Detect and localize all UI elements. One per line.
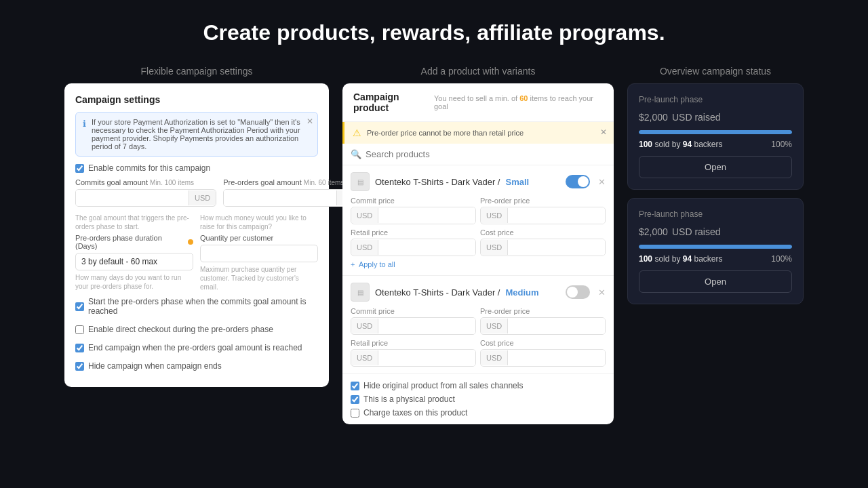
open-button-1[interactable]: Open <box>639 270 792 293</box>
checkbox-label-0: Start the pre-orders phase when the comm… <box>88 297 318 316</box>
commit-price-group-medium: Commit price USD 70 <box>351 307 476 335</box>
checkbox-label-1: Enable direct checkout during the pre-or… <box>88 325 273 334</box>
cost-value-medium[interactable]: 20 <box>508 350 605 366</box>
footer-checkbox-input-1[interactable] <box>351 395 359 404</box>
progress-bar-fill-1 <box>639 245 792 249</box>
header-note-number: 60 <box>519 94 528 102</box>
warning-banner: ⚠ Pre-order price cannot be more than re… <box>342 122 614 144</box>
duration-label: Pre-orders phase duration (Days) <box>75 234 193 250</box>
commit-price-label-medium: Commit price <box>351 307 476 315</box>
cost-price-input-small: USD 20 <box>480 239 606 256</box>
preorders-goal-input[interactable]: 1200 <box>224 190 336 206</box>
bottom-checkboxes: Start the pre-orders phase when the comm… <box>75 297 318 376</box>
banner-close-button[interactable]: ✕ <box>307 117 313 126</box>
amount-raised-1: $2,000 USD raised <box>639 222 792 239</box>
preorder-price-label-small: Pre-order price <box>480 197 606 205</box>
middle-column: Add a product with variants Campaign pro… <box>342 66 614 424</box>
helper-texts: The goal amount that triggers the pre-or… <box>75 211 318 231</box>
preorder-value-small[interactable]: 90 <box>508 207 605 224</box>
info-banner: ℹ If your store Payment Authorization is… <box>75 112 318 157</box>
cost-value-small[interactable]: 20 <box>508 239 605 256</box>
commit-value-medium[interactable]: 70 <box>378 318 475 334</box>
variant-medium-toggle[interactable] <box>566 285 590 299</box>
status-card-0: Pre-launch phase $2,000 USD raised 100 s… <box>627 83 804 190</box>
amount-currency-0: USD raised <box>672 112 721 123</box>
checkbox-row-1: Enable direct checkout during the pre-or… <box>75 325 318 334</box>
preorder-price-group-small: Pre-order price USD 90 <box>480 197 606 224</box>
checkbox-0[interactable] <box>75 302 84 311</box>
banner-text: If your store Payment Authorization is s… <box>92 118 311 150</box>
overview-title: Overview campaign status <box>660 66 771 77</box>
enable-commits-checkbox[interactable] <box>75 164 84 173</box>
phase-label-0: Pre-launch phase <box>639 95 792 104</box>
stats-row-1: 100 sold by 94 backers 100% <box>639 254 792 264</box>
retail-value-small[interactable]: 100 <box>378 239 475 256</box>
qty-input[interactable]: 1 <box>200 245 318 262</box>
variant-medium-name: Otenteko T-Shirts - Dark Vader / <box>375 287 500 298</box>
header-note: You need to sell a min. of 60 items to r… <box>434 94 603 110</box>
commit-currency-medium: USD <box>351 319 378 333</box>
checkbox-2[interactable] <box>75 344 84 352</box>
variant-small-header: ▤ Otenteko T-Shirts - Dark Vader / Small… <box>351 172 606 191</box>
variant-small-title: ▤ Otenteko T-Shirts - Dark Vader / Small <box>351 172 529 191</box>
apply-all-button[interactable]: + Apply to all <box>351 260 606 268</box>
warning-close-button[interactable]: ✕ <box>600 127 607 137</box>
stats-percent-1: 100% <box>771 254 792 264</box>
qty-helper: Maximum purchase quantity per customer. … <box>200 265 318 291</box>
amount-raised-0: $2,000 USD raised <box>639 107 792 125</box>
variant-small-section: ▤ Otenteko T-Shirts - Dark Vader / Small… <box>342 165 614 276</box>
commit-value-small[interactable]: 70 <box>378 207 475 224</box>
preorder-price-label-medium: Pre-order price <box>480 307 606 315</box>
preorder-value-medium[interactable]: 90 <box>508 318 605 334</box>
variant-medium-close[interactable]: ✕ <box>598 287 606 298</box>
goal-inputs: Commits goal amount Min. 100 items 2000 … <box>75 178 318 207</box>
duration-select[interactable]: 3 by default - 60 max <box>75 253 193 270</box>
stats-row-0: 100 sold by 94 backers 100% <box>639 140 792 149</box>
stats-text-1: 100 sold by 94 backers <box>639 254 722 264</box>
variant-small-close[interactable]: ✕ <box>598 177 606 187</box>
variant-small-controls: ✕ <box>566 175 606 188</box>
checkbox-3[interactable] <box>75 362 84 371</box>
footer-checkbox-label-1: This is a physical product <box>363 394 455 404</box>
cost-price-label-medium: Cost price <box>480 339 606 347</box>
warning-icon: ⚠ <box>353 127 361 138</box>
product-card: Campaign product You need to sell a min.… <box>342 83 614 424</box>
variant-small-toggle[interactable] <box>566 175 590 188</box>
status-card-1: Pre-launch phase $2,000 USD raised 100 s… <box>627 198 804 304</box>
campaign-settings-card: Campaign settings ℹ If your store Paymen… <box>64 83 329 387</box>
retail-price-group-small: Retail price USD 100 <box>351 228 476 256</box>
retail-price-group-medium: Retail price USD 100 <box>351 339 476 367</box>
variant-medium-header: ▤ Otenteko T-Shirts - Dark Vader / Mediu… <box>351 283 606 302</box>
qty-label: Quantity per customer <box>200 234 318 242</box>
footer-checkbox-label-0: Hide original product from all sales cha… <box>363 381 523 390</box>
product-thumb-medium: ▤ <box>351 283 370 302</box>
cost-price-label-small: Cost price <box>480 228 606 237</box>
preorders-helper: How much money would you like to raise f… <box>200 214 318 231</box>
checkbox-1[interactable] <box>75 325 84 334</box>
middle-subtitle: Add a product with variants <box>421 66 536 77</box>
cost-price-group-small: Cost price USD 20 <box>480 228 606 256</box>
search-input[interactable] <box>366 149 606 159</box>
retail-value-medium[interactable]: 100 <box>378 350 475 366</box>
preorder-price-group-medium: Pre-order price USD 90 <box>480 307 606 335</box>
product-card-header: Campaign product You need to sell a min.… <box>342 83 614 122</box>
variant-medium-size: Medium <box>505 287 538 298</box>
warning-dot-icon <box>188 239 193 245</box>
search-icon: 🔍 <box>351 149 361 159</box>
left-column: Flexible campaign settings Campaign sett… <box>64 66 329 387</box>
open-button-0[interactable]: Open <box>639 156 792 178</box>
commit-price-input-medium: USD 70 <box>351 317 476 335</box>
commit-price-label-small: Commit price <box>351 197 476 205</box>
duration-group: Pre-orders phase duration (Days) 3 by de… <box>75 234 193 291</box>
warning-text: Pre-order price cannot be more than reta… <box>367 129 524 137</box>
variant-small-name: Otenteko T-Shirts - Dark Vader / <box>375 177 500 187</box>
retail-price-label-medium: Retail price <box>351 339 476 347</box>
amount-value-0: $2,000 <box>639 112 668 123</box>
retail-price-input-small: USD 100 <box>351 239 476 256</box>
commits-goal-input[interactable]: 2000 <box>76 190 189 206</box>
enable-commits-label: Enable commits for this campaign <box>88 163 210 173</box>
footer-checkbox-input-2[interactable] <box>351 409 359 418</box>
right-column: Overview campaign status Pre-launch phas… <box>627 66 804 312</box>
cost-currency-medium: USD <box>481 350 508 365</box>
footer-checkbox-input-0[interactable] <box>351 382 359 390</box>
